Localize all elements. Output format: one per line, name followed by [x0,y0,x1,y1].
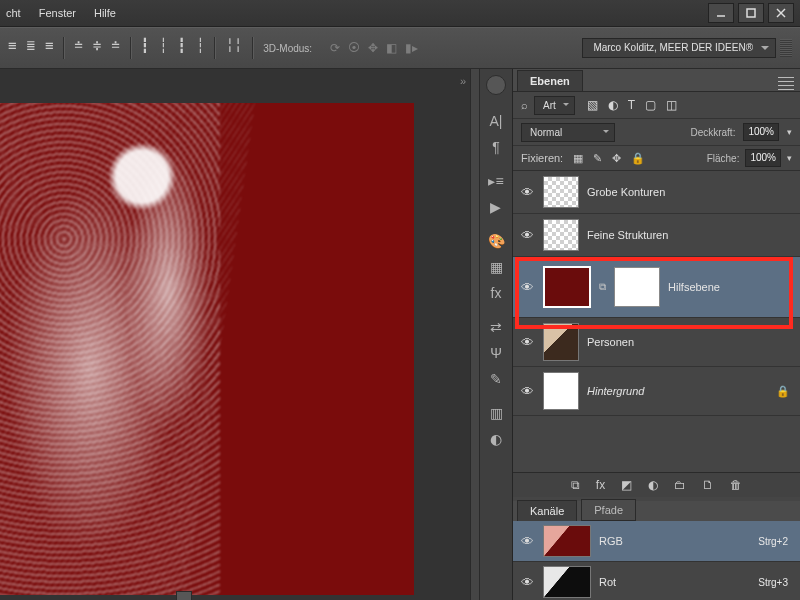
delete-layer-icon[interactable]: 🗑 [730,478,742,492]
orbit-icon[interactable]: ⟳ [330,41,340,55]
lock-pixels-icon[interactable]: ▦ [573,152,583,165]
scrollbar-handle[interactable] [176,591,192,600]
panel-icon[interactable]: ◐ [490,431,502,447]
opacity-value[interactable]: 100% [743,123,779,141]
panel-divider[interactable] [470,69,480,600]
actions-panel-icon[interactable]: ▸≡ [488,173,503,189]
paragraph-panel-icon[interactable]: ¶ [492,139,500,155]
channel-thumbnail [543,525,591,557]
align-icon[interactable]: ≣ [26,37,34,59]
lock-paint-icon[interactable]: ✎ [593,152,602,165]
chevron-down-icon[interactable]: ▾ [787,153,792,163]
align-icon[interactable]: ≡ [8,37,16,59]
layer-name[interactable]: Hilfsebene [668,281,720,293]
adjustments-panel-icon[interactable]: ⇄ [490,319,502,335]
distribute-icon[interactable]: ┆ [159,37,167,59]
panel-grip-icon[interactable] [780,39,792,57]
window-maximize-button[interactable] [738,3,764,23]
visibility-icon[interactable]: 👁 [519,575,535,590]
grid-panel-icon[interactable]: ▦ [490,259,503,275]
play-icon[interactable]: ▶ [490,199,501,215]
distribute-icon[interactable]: ╎╎ [225,37,242,59]
layer-name[interactable]: Grobe Konturen [587,186,665,198]
new-group-icon[interactable]: 🗀 [674,478,686,492]
layer-row[interactable]: 👁 Hintergrund 🔒 [513,367,800,416]
layer-thumbnail[interactable] [543,266,591,308]
window-close-button[interactable] [768,3,794,23]
brushes-panel-icon[interactable]: Ψ [490,345,502,361]
layer-name[interactable]: Personen [587,336,634,348]
filter-smart-icon[interactable]: ◫ [666,98,677,112]
channel-name[interactable]: Rot [599,576,616,588]
menu-item[interactable]: cht [6,7,21,19]
channel-row[interactable]: 👁 RGB Strg+2 [513,521,800,562]
orbit-icon[interactable]: ⦿ [348,41,360,55]
channel-name[interactable]: RGB [599,535,623,547]
filter-type-icon[interactable]: T [628,98,635,112]
tool-presets-icon[interactable]: ✎ [490,371,502,387]
visibility-icon[interactable]: 👁 [519,335,535,350]
swatches-panel-icon[interactable]: 🎨 [488,233,505,249]
blend-mode-dropdown[interactable]: Normal [521,123,615,142]
filter-pixel-icon[interactable]: ▧ [587,98,598,112]
lock-position-icon[interactable]: ✥ [612,152,621,165]
layer-thumbnail[interactable] [543,219,579,251]
doc-arrange-icon[interactable]: » [460,75,466,87]
workspace-dropdown[interactable]: Marco Kolditz, MEER DER IDEEN® [582,38,776,58]
channels-tab[interactable]: Kanäle [517,500,577,521]
distribute-icon[interactable]: ┆ [196,37,204,59]
align-icon[interactable]: ≑ [93,37,101,59]
visibility-icon[interactable]: 👁 [519,228,535,243]
filter-shape-icon[interactable]: ▢ [645,98,656,112]
layer-filter-dropdown[interactable]: Art [534,96,575,115]
layer-row-selected[interactable]: 👁 ⧉ Hilfsebene [513,257,800,318]
chevron-down-icon[interactable]: ▾ [787,127,792,137]
fill-value[interactable]: 100% [745,149,781,167]
paths-tab[interactable]: Pfade [581,499,636,521]
layer-row[interactable]: 👁 Feine Strukturen [513,214,800,257]
menu-item[interactable]: Hilfe [94,7,116,19]
mask-link-icon[interactable]: ⧉ [599,281,606,293]
link-layers-icon[interactable]: ⧉ [571,478,580,492]
visibility-icon[interactable]: 👁 [519,280,535,295]
menu-item[interactable]: Fenster [39,7,76,19]
visibility-icon[interactable]: 👁 [519,384,535,399]
layer-fx-icon[interactable]: fx [596,478,605,492]
layers-list: 👁 Grobe Konturen 👁 Feine Strukturen 👁 ⧉ … [513,171,800,472]
alignment-icons[interactable]: ≡ ≣ ≡ ≐ ≑ ≐ ┇ ┆ ┇ ┆ ╎╎ [8,37,242,59]
visibility-icon[interactable]: 👁 [519,534,535,549]
window-minimize-button[interactable] [708,3,734,23]
layers-tab[interactable]: Ebenen [517,70,583,91]
channel-thumbnail [543,566,591,598]
new-layer-icon[interactable]: 🗋 [702,478,714,492]
align-icon[interactable]: ≐ [74,37,82,59]
layer-name[interactable]: Hintergrund [587,385,644,397]
info-panel-icon[interactable] [486,75,506,95]
channel-row[interactable]: 👁 Rot Strg+3 [513,562,800,600]
distribute-icon[interactable]: ┇ [178,37,186,59]
document-canvas[interactable] [0,103,414,595]
layer-row[interactable]: 👁 Personen [513,318,800,367]
layer-name[interactable]: Feine Strukturen [587,229,668,241]
layer-thumbnail[interactable] [543,372,579,410]
distribute-icon[interactable]: ┇ [141,37,149,59]
align-icon[interactable]: ≐ [111,37,119,59]
layer-thumbnail[interactable] [543,176,579,208]
styles-panel-icon[interactable]: fx [491,285,502,301]
layer-mask-thumbnail[interactable] [614,267,660,307]
pan-icon[interactable]: ✥ [368,41,378,55]
visibility-icon[interactable]: 👁 [519,185,535,200]
layer-row[interactable]: 👁 Grobe Konturen [513,171,800,214]
lock-all-icon[interactable]: 🔒 [631,152,645,165]
view3d-icons: ⟳ ⦿ ✥ ◧ ▮▸ [330,41,418,55]
add-mask-icon[interactable]: ◩ [621,478,632,492]
layer-thumbnail[interactable] [543,323,579,361]
panel-menu-icon[interactable] [778,77,794,91]
character-panel-icon[interactable]: A| [490,113,503,129]
align-icon[interactable]: ≡ [45,37,53,59]
filter-adjust-icon[interactable]: ◐ [608,98,618,112]
camera-icon[interactable]: ◧ [386,41,397,55]
new-fill-icon[interactable]: ◐ [648,478,658,492]
panel-icon[interactable]: ▥ [490,405,503,421]
camera-icon[interactable]: ▮▸ [405,41,418,55]
